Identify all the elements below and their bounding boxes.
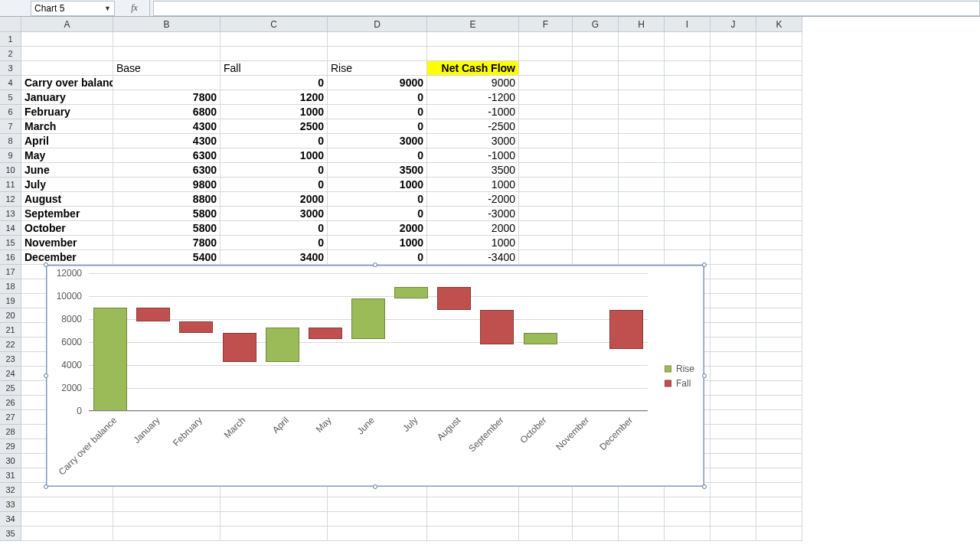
cell[interactable]: September (21, 207, 113, 221)
cell[interactable] (665, 207, 710, 221)
row-header-4[interactable]: 4 (0, 76, 21, 90)
bar-fall[interactable] (136, 308, 170, 321)
cell[interactable] (21, 497, 113, 512)
row-header-6[interactable]: 6 (0, 105, 21, 119)
cell[interactable] (427, 527, 519, 541)
row-header-1[interactable]: 1 (0, 32, 21, 47)
cell[interactable] (519, 497, 573, 512)
cell[interactable] (710, 236, 756, 250)
cell[interactable] (665, 527, 710, 541)
cell[interactable] (710, 323, 756, 337)
cell[interactable] (710, 425, 756, 439)
cell[interactable] (710, 410, 756, 425)
row-header-15[interactable]: 15 (0, 236, 21, 250)
cell[interactable] (710, 308, 756, 323)
cell[interactable]: 0 (220, 76, 328, 90)
cell[interactable]: December (21, 250, 113, 265)
cell[interactable] (710, 192, 756, 207)
col-header-E[interactable]: E (427, 17, 519, 32)
cell[interactable] (113, 76, 220, 90)
cell[interactable]: 1200 (220, 90, 328, 105)
row-header-22[interactable]: 22 (0, 337, 21, 352)
row-header-3[interactable]: 3 (0, 61, 21, 76)
cell[interactable] (710, 148, 756, 163)
row-header-28[interactable]: 28 (0, 425, 21, 439)
cell[interactable] (21, 527, 113, 541)
cell[interactable] (573, 192, 619, 207)
cell[interactable] (710, 221, 756, 236)
cell[interactable]: 9000 (427, 76, 519, 90)
col-header-I[interactable]: I (665, 17, 710, 32)
cell[interactable]: -1000 (427, 105, 519, 119)
cell[interactable]: 1000 (328, 178, 427, 192)
cell[interactable] (519, 134, 573, 148)
row-header-27[interactable]: 27 (0, 410, 21, 425)
cell[interactable] (710, 512, 756, 527)
cell[interactable] (619, 148, 665, 163)
cell[interactable]: 5800 (113, 207, 220, 221)
cell[interactable] (756, 32, 802, 47)
cell[interactable] (113, 527, 220, 541)
cell[interactable] (573, 47, 619, 61)
cell[interactable] (756, 134, 802, 148)
cell[interactable] (756, 439, 802, 454)
cell[interactable]: 2000 (220, 192, 328, 207)
cell[interactable] (710, 381, 756, 396)
cell[interactable]: 4300 (113, 134, 220, 148)
cell[interactable] (756, 323, 802, 337)
cell[interactable]: 6300 (113, 148, 220, 163)
cell[interactable] (573, 32, 619, 47)
cell[interactable] (710, 279, 756, 294)
row-header-23[interactable]: 23 (0, 352, 21, 367)
chart-plot-area[interactable] (89, 273, 648, 411)
bar-rise[interactable] (93, 308, 127, 411)
cell[interactable] (710, 76, 756, 90)
cell[interactable] (756, 148, 802, 163)
cell[interactable] (756, 236, 802, 250)
cell[interactable] (665, 221, 710, 236)
cell[interactable] (573, 105, 619, 119)
cell[interactable] (573, 76, 619, 90)
cell[interactable] (710, 47, 756, 61)
bar-fall[interactable] (223, 333, 256, 362)
cell[interactable] (519, 207, 573, 221)
cell[interactable] (519, 527, 573, 541)
row-header-20[interactable]: 20 (0, 308, 21, 323)
row-header-21[interactable]: 21 (0, 323, 21, 337)
cell[interactable] (519, 221, 573, 236)
cell[interactable] (619, 250, 665, 265)
cell[interactable] (710, 396, 756, 410)
cell[interactable] (519, 47, 573, 61)
cell[interactable] (519, 76, 573, 90)
cell[interactable]: May (21, 148, 113, 163)
cell[interactable]: 0 (328, 192, 427, 207)
cell[interactable] (220, 527, 328, 541)
cell[interactable]: 7800 (113, 236, 220, 250)
cell[interactable] (756, 119, 802, 134)
cell[interactable] (756, 396, 802, 410)
cell[interactable] (573, 250, 619, 265)
row-header-5[interactable]: 5 (0, 90, 21, 105)
cell[interactable] (710, 497, 756, 512)
bar-fall[interactable] (609, 310, 643, 349)
cell[interactable] (328, 512, 427, 527)
formula-input[interactable] (153, 1, 980, 16)
cell[interactable] (665, 76, 710, 90)
cell[interactable] (619, 207, 665, 221)
cell[interactable] (619, 527, 665, 541)
row-header-17[interactable]: 17 (0, 265, 21, 279)
cell[interactable]: 3000 (427, 134, 519, 148)
cell[interactable] (756, 294, 802, 308)
bar-rise[interactable] (351, 298, 385, 339)
cell[interactable] (756, 410, 802, 425)
cell[interactable]: January (21, 90, 113, 105)
cell[interactable] (710, 134, 756, 148)
cell[interactable] (710, 163, 756, 178)
cell[interactable] (427, 497, 519, 512)
cell[interactable]: 1000 (427, 178, 519, 192)
cell[interactable] (665, 47, 710, 61)
cell[interactable] (665, 90, 710, 105)
cell[interactable] (756, 163, 802, 178)
cell[interactable] (756, 381, 802, 396)
cell[interactable] (710, 119, 756, 134)
